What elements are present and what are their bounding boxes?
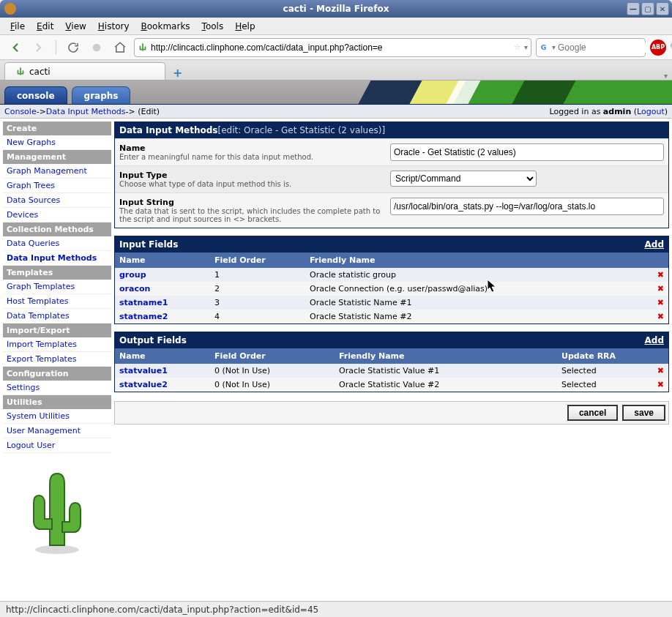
sidebar-header: Collection Methods [3,223,111,236]
back-button[interactable] [6,38,25,57]
menu-view[interactable]: View [61,20,90,33]
sidebar-item-data-queries[interactable]: Data Queries [3,236,111,251]
delete-icon[interactable]: ✖ [657,284,664,293]
minimize-button[interactable]: — [627,2,640,15]
new-tab-button[interactable]: + [168,66,187,80]
stop-button[interactable] [87,38,106,57]
menubar: File Edit View History Bookmarks Tools H… [0,18,672,35]
sidebar-item-data-sources[interactable]: Data Sources [3,193,111,208]
sidebar-item-data-templates[interactable]: Data Templates [3,309,111,324]
input-input-string[interactable] [390,198,664,215]
sidebar-item-graph-management[interactable]: Graph Management [3,164,111,179]
status-url: http://clincacti.clinphone.com/cacti/dat… [6,605,318,615]
field-link-group[interactable]: group [119,270,146,280]
save-button[interactable]: save [622,405,665,421]
tab-graphs[interactable]: graphs [72,86,131,104]
browser-tab-cacti[interactable]: cacti [4,62,165,80]
sidebar-item-logout-user[interactable]: Logout User [3,438,111,453]
browser-toolbar: ☆ ▾ G ▾ 🔍 ABP [0,35,672,60]
status-bar: http://clincacti.clinphone.com/cacti/dat… [0,601,672,617]
sidebar-item-graph-trees[interactable]: Graph Trees [3,179,111,193]
field-link-statvalue2[interactable]: statvalue2 [119,380,168,389]
home-button[interactable] [111,38,130,57]
data-input-form-panel: Data Input Methods [edit: Oracle - Get S… [114,121,669,228]
form-row-name: NameEnter a meaningful name for this dat… [115,138,668,165]
header-graphic [365,81,672,104]
logout-link[interactable]: Logout [637,107,665,116]
output-field-row: statvalue20 (Not In Use)Oracle Statistic… [115,378,668,392]
sidebar-item-user-management[interactable]: User Management [3,424,111,438]
form-row-input-string: Input StringThe data that is sent to the… [115,192,668,228]
form-row-input-type: Input TypeChoose what type of data input… [115,165,668,192]
sidebar-header: Create [3,121,111,135]
url-input[interactable] [151,42,511,53]
menu-file[interactable]: File [6,20,29,33]
delete-icon[interactable]: ✖ [657,298,664,307]
window-title: cacti - Mozilla Firefox [283,4,389,14]
output-fields-add-link[interactable]: Add [645,335,664,345]
breadcrumb-data-input[interactable]: Data Input Methods [46,107,126,116]
menu-history[interactable]: History [94,20,134,33]
favorite-icon[interactable]: ☆ [514,42,521,52]
sidebar-item-import-templates[interactable]: Import Templates [3,337,111,352]
breadcrumb-console[interactable]: Console [4,107,37,116]
delete-icon[interactable]: ✖ [657,312,664,321]
delete-icon[interactable]: ✖ [657,366,664,375]
input-field-row: statname24Oracle Statistic Name #2✖ [115,310,668,324]
input-input-type[interactable]: Script/Command [390,171,537,187]
svg-text:G: G [541,42,547,51]
search-engine-dropdown-icon[interactable]: ▾ [552,43,556,51]
forward-button[interactable] [29,38,48,57]
menu-edit[interactable]: Edit [32,20,58,33]
menu-help[interactable]: Help [231,20,259,33]
sidebar-item-host-templates[interactable]: Host Templates [3,294,111,309]
sidebar-item-devices[interactable]: Devices [3,208,111,223]
input-field-row: oracon2Oracle Connection (e.g. user/pass… [115,282,668,296]
maximize-button[interactable]: ▢ [641,2,654,15]
sidebar-item-data-input-methods[interactable]: Data Input Methods [3,251,111,266]
sidebar-header: Templates [3,266,111,280]
sidebar-item-export-templates[interactable]: Export Templates [3,352,111,367]
field-link-statname2[interactable]: statname2 [119,312,168,321]
sidebar-item-settings[interactable]: Settings [3,381,111,395]
svg-point-3 [35,545,79,554]
url-dropdown-icon[interactable]: ▾ [524,43,528,51]
cacti-header: console graphs [0,81,672,104]
output-fields-panel: Output Fields Add Name Field Order Frien… [114,332,669,392]
input-fields-title: Input Fields [119,239,178,250]
output-field-row: statvalue10 (Not In Use)Oracle Statistic… [115,364,668,378]
search-bar[interactable]: G ▾ 🔍 [536,38,646,57]
field-link-statname1[interactable]: statname1 [119,298,168,307]
tab-console[interactable]: console [4,86,67,104]
sidebar-header: Configuration [3,367,111,381]
sidebar-item-system-utilities[interactable]: System Utilities [3,409,111,424]
browser-tab-label: cacti [29,67,51,77]
breadcrumb: Console -> Data Input Methods -> (Edit) … [0,104,672,119]
panel-subtitle: [edit: Oracle - Get Statistic (2 values)… [217,125,385,135]
sidebar-header: Management [3,150,111,164]
cactus-favicon [15,67,26,77]
panel-title: Data Input Methods [119,125,217,135]
google-icon: G [540,42,550,53]
delete-icon[interactable]: ✖ [657,270,664,280]
sidebar-item-new-graphs[interactable]: New Graphs [3,135,111,150]
menu-bookmarks[interactable]: Bookmarks [137,20,195,33]
delete-icon[interactable]: ✖ [657,380,664,389]
cancel-button[interactable]: cancel [567,405,618,421]
sidebar-header: Import/Export [3,324,111,337]
tabs-dropdown-icon[interactable]: ▾ [664,72,668,80]
sidebar-header: Utilities [3,395,111,409]
output-fields-title: Output Fields [119,335,187,345]
input-name[interactable] [390,143,664,161]
adblock-icon[interactable]: ABP [650,40,666,56]
url-bar[interactable]: ☆ ▾ [134,38,531,57]
field-link-statvalue1[interactable]: statvalue1 [119,366,168,375]
input-fields-panel: Input Fields Add Name Field Order Friend… [114,236,669,324]
menu-tools[interactable]: Tools [198,20,228,33]
input-fields-add-link[interactable]: Add [645,239,664,250]
sidebar-item-graph-templates[interactable]: Graph Templates [3,280,111,294]
close-button[interactable]: ✕ [656,2,669,15]
reload-button[interactable] [64,38,83,57]
action-bar: cancel save [114,401,669,425]
field-link-oracon[interactable]: oracon [119,284,150,293]
